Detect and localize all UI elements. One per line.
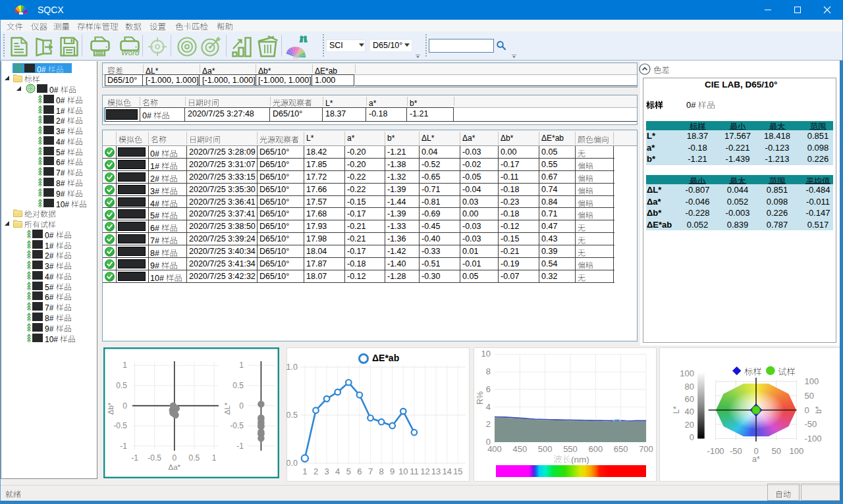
svg-text:14: 14	[442, 466, 451, 476]
svg-text:1.0: 1.0	[286, 363, 298, 372]
svg-text:15: 15	[453, 466, 462, 476]
svg-text:0: 0	[690, 432, 694, 442]
svg-text:700: 700	[639, 444, 653, 454]
svg-text:0.5: 0.5	[189, 453, 200, 463]
svg-text:2: 2	[486, 419, 491, 429]
svg-text:Δb*: Δb*	[107, 402, 115, 415]
svg-text:13: 13	[431, 466, 441, 476]
svg-text:L*: L*	[672, 406, 681, 414]
svg-text:1: 1	[239, 361, 244, 370]
svg-text:80: 80	[685, 382, 694, 391]
svg-text:60: 60	[685, 394, 694, 404]
svg-text:0.5: 0.5	[232, 381, 244, 390]
svg-text:7: 7	[368, 466, 373, 476]
svg-text:10: 10	[398, 466, 408, 476]
svg-text:0.5: 0.5	[286, 411, 298, 420]
svg-text:9: 9	[390, 466, 394, 476]
svg-text:8: 8	[486, 366, 491, 376]
svg-text:-0.5: -0.5	[230, 421, 244, 430]
svg-text:4: 4	[486, 402, 491, 412]
svg-text:20: 20	[685, 420, 694, 430]
svg-text:500: 500	[538, 444, 553, 454]
svg-text:-0.5: -0.5	[148, 453, 161, 463]
svg-text:1: 1	[302, 466, 307, 476]
svg-text:-1: -1	[131, 453, 138, 463]
svg-text:-1: -1	[236, 441, 244, 451]
svg-text:550: 550	[563, 444, 578, 454]
svg-text:12: 12	[420, 466, 429, 476]
svg-text:0.0: 0.0	[286, 459, 298, 468]
svg-text:0.5: 0.5	[116, 381, 127, 390]
svg-text:11: 11	[410, 466, 419, 476]
svg-text:a*: a*	[752, 455, 760, 464]
svg-text:3: 3	[324, 466, 329, 476]
svg-text:Δa*: Δa*	[169, 463, 181, 471]
svg-text:1: 1	[122, 361, 127, 370]
svg-text:1: 1	[212, 453, 217, 463]
svg-text:100: 100	[680, 368, 694, 378]
svg-text:8: 8	[379, 466, 383, 476]
svg-text:6: 6	[357, 466, 362, 476]
svg-text:0: 0	[486, 437, 491, 447]
svg-text:-1: -1	[120, 441, 127, 451]
svg-text:10: 10	[481, 349, 491, 359]
svg-text:0: 0	[172, 453, 177, 463]
svg-text:4: 4	[335, 466, 340, 476]
svg-text:650: 650	[614, 444, 628, 454]
svg-text:6: 6	[486, 384, 491, 394]
svg-text:-0.5: -0.5	[113, 421, 127, 430]
svg-text:b*: b*	[814, 406, 823, 414]
svg-text:40: 40	[685, 407, 694, 416]
svg-text:R%: R%	[476, 391, 485, 405]
svg-text:5: 5	[346, 466, 351, 476]
svg-text:0: 0	[122, 401, 127, 411]
svg-text:450: 450	[512, 444, 527, 454]
svg-text:0: 0	[239, 401, 244, 411]
svg-text:600: 600	[588, 444, 603, 454]
svg-text:ΔL*: ΔL*	[223, 402, 231, 415]
svg-text:2: 2	[313, 466, 318, 476]
